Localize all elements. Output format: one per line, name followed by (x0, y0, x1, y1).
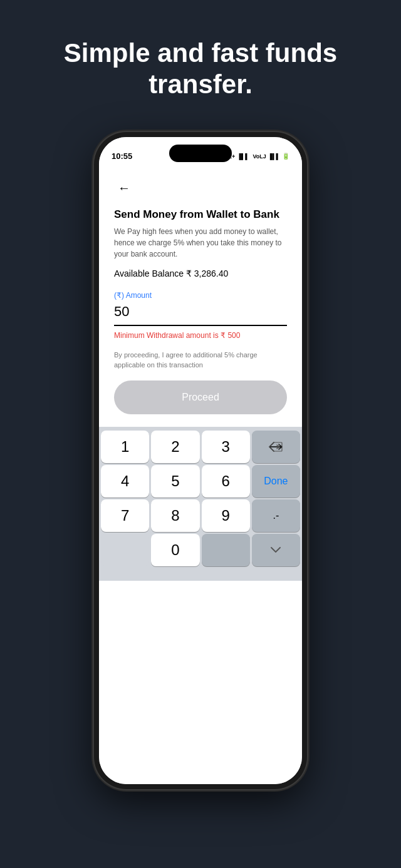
key-chevron[interactable] (252, 534, 300, 566)
consent-text: By proceeding, I agree to additional 5% … (114, 350, 287, 370)
key-6[interactable]: 6 (202, 465, 250, 498)
amount-field-container: (₹) Amount 50 (114, 291, 287, 326)
phone-screen: 10:55 VoLJ LTE+ ▐▌▌ VoLJ ▐▌▌ 🔋 ← Send Mo… (99, 137, 302, 784)
dynamic-island (169, 145, 232, 162)
key-8[interactable]: 8 (151, 499, 199, 532)
status-time: 10:55 (112, 151, 132, 161)
proceed-button[interactable]: Proceed (114, 380, 287, 414)
app-content: ← Send Money from Wallet to Bank We Pay … (99, 168, 302, 784)
key-7[interactable]: 7 (101, 499, 149, 532)
key-9[interactable]: 9 (202, 499, 250, 532)
key-4[interactable]: 4 (101, 465, 149, 498)
status-bar: 10:55 VoLJ LTE+ ▐▌▌ VoLJ ▐▌▌ 🔋 (99, 137, 302, 168)
error-message: Minimum Withdrawal amount is ₹ 500 (114, 331, 287, 340)
key-2[interactable]: 2 (151, 431, 199, 463)
keyboard-row-1: 1 2 3 (101, 431, 300, 463)
key-done[interactable]: Done (252, 465, 300, 498)
signal-bars: ▐▌▌ (237, 153, 249, 160)
hero-title: Simple and fast funds transfer. (0, 0, 401, 126)
phone-mockup: 10:55 VoLJ LTE+ ▐▌▌ VoLJ ▐▌▌ 🔋 ← Send Mo… (94, 132, 307, 789)
keyboard-row-3: 7 8 9 .- (101, 499, 300, 532)
keyboard-row-4: 0 (101, 534, 300, 566)
keyboard-row-2: 4 5 6 Done (101, 465, 300, 498)
signal-bars2: ▐▌▌ (268, 153, 280, 160)
signal-text2: VoLJ (253, 153, 266, 160)
key-dot-dash[interactable]: .- (252, 499, 300, 532)
available-balance: Available Balance ₹ 3,286.40 (114, 268, 287, 278)
amount-value[interactable]: 50 (114, 304, 287, 326)
amount-label: (₹) Amount (114, 291, 287, 300)
page-title: Send Money from Wallet to Bank (114, 208, 287, 221)
key-space-left (101, 534, 149, 566)
error-text-content: Minimum Withdrawal amount is ₹ 500 (114, 331, 240, 340)
battery-icon: 🔋 (282, 153, 289, 160)
key-0[interactable]: 0 (151, 534, 199, 566)
back-button[interactable]: ← (114, 178, 134, 198)
key-5[interactable]: 5 (151, 465, 199, 498)
page-description: We Pay high fees when you add money to w… (114, 226, 287, 260)
key-backspace[interactable] (252, 431, 300, 463)
phone-frame: 10:55 VoLJ LTE+ ▐▌▌ VoLJ ▐▌▌ 🔋 ← Send Mo… (94, 132, 307, 789)
back-arrow-icon: ← (118, 181, 130, 195)
top-section: ← Send Money from Wallet to Bank We Pay … (99, 168, 302, 427)
key-1[interactable]: 1 (101, 431, 149, 463)
key-3[interactable]: 3 (202, 431, 250, 463)
key-space-right (202, 534, 250, 566)
keyboard-area: 1 2 3 (99, 427, 302, 581)
